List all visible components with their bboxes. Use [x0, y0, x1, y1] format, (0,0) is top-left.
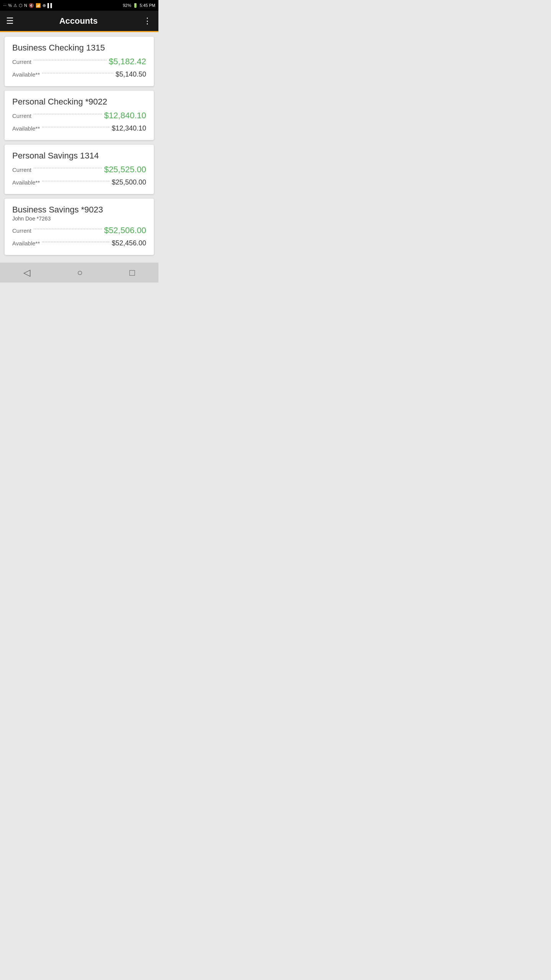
current-amount-3: $52,506.00	[104, 225, 146, 235]
available-amount-2: $25,500.00	[112, 178, 146, 186]
available-balance-row-1: Available** $12,340.10	[12, 124, 146, 132]
toolbar: ☰ Accounts ⋮	[0, 11, 158, 32]
dots-3a	[34, 229, 102, 229]
bottom-nav: ◁ ○ □	[0, 263, 158, 283]
current-amount-1: $12,840.10	[104, 111, 146, 121]
current-label-1: Current	[12, 113, 31, 119]
sync-icon: ⊕	[42, 3, 46, 8]
available-amount-1: $12,340.10	[112, 124, 146, 132]
account-name-2: Personal Savings 1314	[12, 151, 146, 161]
dots-0b	[42, 73, 113, 74]
battery-percent: 92%	[123, 3, 131, 8]
back-button[interactable]: ◁	[14, 264, 39, 281]
account-name-3: Business Savings *9023	[12, 205, 146, 215]
percent-icon: %	[8, 3, 12, 8]
available-label-2: Available**	[12, 179, 40, 186]
current-amount-0: $5,182.42	[109, 57, 146, 67]
menu-icon[interactable]: ☰	[6, 17, 14, 25]
available-label-1: Available**	[12, 125, 40, 132]
dots-1b	[42, 127, 109, 127]
notification-icon: ···	[3, 3, 7, 8]
dots-2b	[42, 181, 109, 181]
available-label-0: Available**	[12, 71, 40, 78]
recents-button[interactable]: □	[120, 264, 144, 281]
current-balance-row-2: Current $25,525.00	[12, 165, 146, 175]
available-label-3: Available**	[12, 240, 40, 247]
account-name-1: Personal Checking *9022	[12, 97, 146, 107]
current-balance-row-1: Current $12,840.10	[12, 111, 146, 121]
status-left: ··· % ⚠ ⬡ N 🔇 📶 ⊕ ▌▌	[3, 3, 54, 8]
account-card-3[interactable]: Business Savings *9023 John Doe *7263 Cu…	[5, 199, 154, 255]
current-label-0: Current	[12, 59, 31, 65]
dots-1a	[34, 114, 102, 114]
available-balance-row-2: Available** $25,500.00	[12, 178, 146, 186]
account-card-0[interactable]: Business Checking 1315 Current $5,182.42…	[5, 37, 154, 86]
available-balance-row-3: Available** $52,456.00	[12, 239, 146, 247]
warning-icon: ⚠	[13, 3, 17, 8]
account-card-2[interactable]: Personal Savings 1314 Current $25,525.00…	[5, 145, 154, 194]
current-balance-row-0: Current $5,182.42	[12, 57, 146, 67]
dots-2a	[34, 168, 102, 168]
available-balance-row-0: Available** $5,140.50	[12, 70, 146, 78]
accounts-list: Business Checking 1315 Current $5,182.42…	[0, 32, 158, 260]
clock: 5:45 PM	[140, 3, 155, 8]
status-bar: ··· % ⚠ ⬡ N 🔇 📶 ⊕ ▌▌ 92% 🔋 5:45 PM	[0, 0, 158, 11]
account-name-0: Business Checking 1315	[12, 43, 146, 53]
available-amount-0: $5,140.50	[116, 70, 146, 78]
bluetooth-icon: ⬡	[19, 3, 23, 8]
account-card-1[interactable]: Personal Checking *9022 Current $12,840.…	[5, 91, 154, 140]
battery-icon: 🔋	[133, 3, 138, 8]
current-balance-row-3: Current $52,506.00	[12, 225, 146, 235]
dots-0a	[34, 60, 106, 60]
current-amount-2: $25,525.00	[104, 165, 146, 175]
home-button[interactable]: ○	[68, 264, 92, 281]
account-sub-3: John Doe *7263	[12, 216, 146, 222]
more-options-icon[interactable]: ⋮	[143, 16, 152, 26]
signal-icon: ▌▌	[47, 3, 54, 8]
current-label-2: Current	[12, 167, 31, 173]
page-title: Accounts	[59, 16, 98, 26]
status-right: 92% 🔋 5:45 PM	[123, 3, 155, 8]
dots-3b	[42, 242, 109, 242]
silent-icon: 🔇	[29, 3, 34, 8]
available-amount-3: $52,456.00	[112, 239, 146, 247]
wifi-icon: 📶	[36, 3, 41, 8]
current-label-3: Current	[12, 227, 31, 234]
nfc-icon: N	[24, 3, 27, 8]
